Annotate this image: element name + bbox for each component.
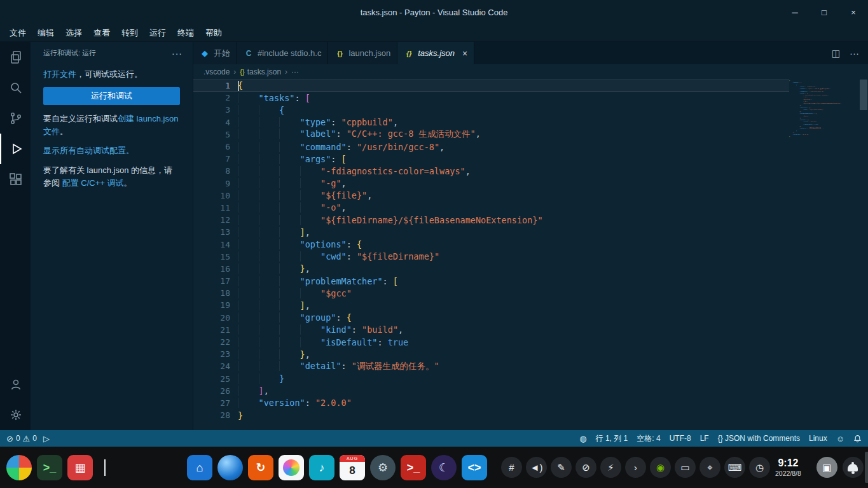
split-editor-icon[interactable]: ◫ bbox=[832, 48, 841, 59]
software-updater[interactable]: ↻ bbox=[248, 455, 273, 480]
annotation-tool[interactable]: ✎ bbox=[551, 457, 572, 478]
code-line[interactable]: 20 "group": { bbox=[193, 312, 789, 324]
run-and-debug-button[interactable]: 运行和调试 bbox=[43, 87, 180, 105]
run-and-debug-icon[interactable] bbox=[0, 134, 31, 164]
breadcrumb-item[interactable]: {}tasks.json bbox=[240, 67, 281, 76]
code-line[interactable]: 16 }, bbox=[193, 263, 789, 275]
menu-item[interactable]: 帮助 bbox=[200, 25, 228, 41]
code-line[interactable]: 8 "-fdiagnostics-color=always", bbox=[193, 165, 789, 177]
code-line[interactable]: 23 }, bbox=[193, 348, 789, 360]
code-line[interactable]: 24 "detail": "调试器生成的任务。" bbox=[193, 360, 789, 372]
keyboard-settings[interactable]: ⌨ bbox=[724, 457, 745, 478]
power-monitor[interactable]: ◷ bbox=[749, 457, 770, 478]
nvidia-settings[interactable]: ◉ bbox=[650, 457, 671, 478]
quick-run[interactable]: › bbox=[625, 457, 646, 478]
code-line[interactable]: 3 { bbox=[193, 104, 789, 116]
remote-os[interactable]: Linux bbox=[809, 434, 827, 443]
tab-launch-json[interactable]: {}launch.json bbox=[328, 42, 397, 64]
menu-item[interactable]: 文件 bbox=[4, 25, 32, 41]
code-line[interactable]: 13 ], bbox=[193, 226, 789, 238]
show-desktop-button[interactable] bbox=[865, 452, 868, 483]
code-line[interactable]: 12 "${fileDirname}/${fileBasenameNoExten… bbox=[193, 214, 789, 226]
menu-item[interactable]: 选择 bbox=[60, 25, 88, 41]
code-line[interactable]: 11 "-o", bbox=[193, 202, 789, 214]
battery-indicator[interactable]: ⚡ bbox=[600, 457, 621, 478]
menu-item[interactable]: 转到 bbox=[116, 25, 144, 41]
code-line[interactable]: 14 "options": { bbox=[193, 238, 789, 250]
encoding[interactable]: UTF-8 bbox=[670, 434, 691, 443]
feedback-icon[interactable]: ☺ bbox=[836, 434, 844, 443]
tab--include-stdio-h-c[interactable]: C#include stdio.h.c bbox=[237, 42, 328, 64]
source-control-icon[interactable] bbox=[0, 103, 31, 134]
configure-cpp-debug-link[interactable]: 配置 C/C++ 调试 bbox=[62, 178, 124, 188]
problems-indicator[interactable]: ⊘0 ⚠0 bbox=[6, 434, 37, 443]
code-line[interactable]: 10 "${file}", bbox=[193, 190, 789, 202]
explorer-icon[interactable] bbox=[0, 42, 31, 73]
zorin-menu[interactable] bbox=[6, 455, 32, 480]
code-line[interactable]: 22 "isDefault": true bbox=[193, 336, 789, 348]
debug-start-icon[interactable]: ▷ bbox=[43, 434, 50, 443]
code-line[interactable]: 25 } bbox=[193, 373, 789, 385]
screenshot-tool[interactable]: ▣ bbox=[816, 457, 837, 478]
code-line[interactable]: 19 ], bbox=[193, 299, 789, 311]
eclipse-ide[interactable]: ☾ bbox=[431, 455, 457, 480]
indentation[interactable]: 空格: 4 bbox=[637, 433, 660, 444]
menu-item[interactable]: 查看 bbox=[88, 25, 116, 41]
code-line[interactable]: 4 "type": "cppbuild", bbox=[193, 116, 789, 129]
close-button[interactable]: × bbox=[839, 0, 868, 24]
settings-app[interactable]: ⚙ bbox=[370, 455, 396, 480]
code-line[interactable]: 2 "tasks": [ bbox=[193, 92, 789, 104]
code-line[interactable]: 9 "-g", bbox=[193, 178, 789, 190]
scrollbar-thumb[interactable] bbox=[860, 80, 867, 110]
minimize-button[interactable]: ─ bbox=[780, 0, 809, 24]
music-app[interactable]: ♪ bbox=[309, 455, 334, 480]
volume-control[interactable]: ◄) bbox=[526, 457, 547, 478]
extensions-icon[interactable] bbox=[0, 164, 31, 195]
menu-item[interactable]: 运行 bbox=[144, 25, 172, 41]
code-line[interactable]: 27 "version": "2.0.0" bbox=[193, 397, 789, 409]
code-line[interactable]: 7 "args": [ bbox=[193, 153, 789, 165]
show-auto-debug-configs-link[interactable]: 显示所有自动调试配置。 bbox=[43, 146, 134, 155]
code-line[interactable]: 5 "label": "C/C++: gcc-8 生成活动文件", bbox=[193, 129, 789, 141]
code-line[interactable]: 17 "problemMatcher": [ bbox=[193, 275, 789, 287]
notifications-bell-icon[interactable] bbox=[853, 435, 862, 443]
app-grid-toggle[interactable]: # bbox=[501, 457, 522, 478]
search-tool[interactable]: ⌖ bbox=[699, 457, 720, 478]
launcher-grid[interactable]: ▦ bbox=[67, 455, 93, 480]
menu-item[interactable]: 终端 bbox=[172, 25, 200, 41]
minimap[interactable]: { "tasks": [ { "type": "cppbuild", "labe… bbox=[789, 80, 859, 430]
vscode-app[interactable]: <> bbox=[462, 455, 487, 480]
tab-tasks-json[interactable]: {}tasks.json× bbox=[397, 42, 474, 64]
tab-close-icon[interactable]: × bbox=[462, 48, 467, 59]
bluetooth-toggle[interactable]: ⊘ bbox=[575, 457, 596, 478]
sidebar-more-actions-icon[interactable]: ··· bbox=[172, 48, 183, 59]
code-line[interactable]: 21 "kind": "build", bbox=[193, 324, 789, 336]
clock[interactable]: 9:12 2022/8/8 bbox=[775, 457, 801, 477]
terminal-app[interactable]: >_ bbox=[37, 455, 62, 480]
notifications[interactable] bbox=[843, 457, 864, 478]
photos-app[interactable] bbox=[279, 455, 304, 480]
calendar-app[interactable]: AUG8 bbox=[340, 455, 365, 480]
tab--[interactable]: ◆开始 bbox=[193, 42, 237, 64]
breadcrumb-item[interactable]: .vscode bbox=[203, 67, 230, 76]
code-line[interactable]: 26 ], bbox=[193, 385, 789, 397]
code-line[interactable]: 18 "$gcc" bbox=[193, 287, 789, 299]
menu-item[interactable]: 编辑 bbox=[32, 25, 60, 41]
editor-more-actions-icon[interactable]: ··· bbox=[850, 48, 859, 59]
code-editor[interactable]: 1{2 "tasks": [3 {4 "type": "cppbuild",5 … bbox=[193, 80, 868, 430]
language-mode[interactable]: {} JSON with Comments bbox=[718, 434, 800, 443]
eol[interactable]: LF bbox=[700, 434, 709, 443]
code-line[interactable]: 6 "command": "/usr/bin/gcc-8", bbox=[193, 141, 789, 153]
software-store[interactable]: ⌂ bbox=[187, 455, 212, 480]
display-settings[interactable]: ▭ bbox=[675, 457, 696, 478]
code-line[interactable]: 1{ bbox=[193, 80, 789, 92]
open-file-link[interactable]: 打开文件 bbox=[43, 69, 76, 79]
editor-scrollbar[interactable] bbox=[859, 80, 868, 430]
terminal-admin[interactable]: >_ bbox=[401, 455, 426, 480]
search-icon[interactable] bbox=[0, 73, 31, 103]
web-browser[interactable] bbox=[217, 455, 243, 480]
settings-gear-icon[interactable] bbox=[0, 400, 31, 430]
code-line[interactable]: 28} bbox=[193, 409, 789, 421]
breadcrumb-item[interactable]: ··· bbox=[291, 67, 299, 76]
code-line[interactable]: 15 "cwd": "${fileDirname}" bbox=[193, 251, 789, 263]
